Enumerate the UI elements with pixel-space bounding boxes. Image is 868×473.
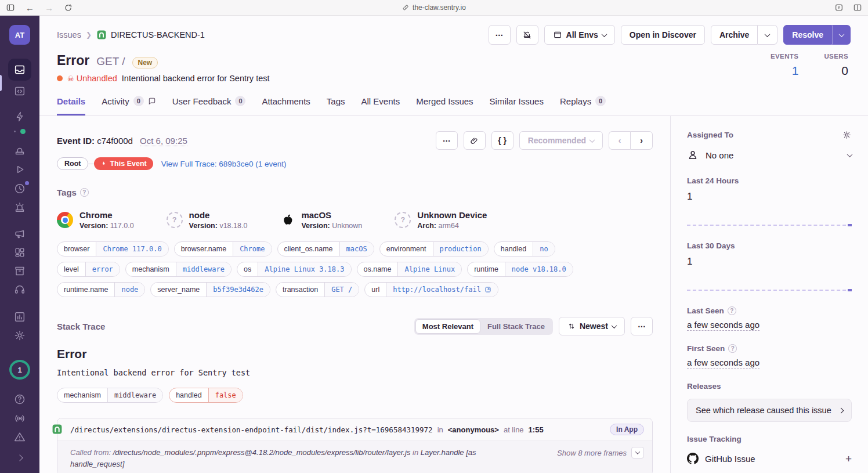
more-actions-button[interactable]: ⋯ <box>489 25 511 45</box>
sidebar-item-help[interactable] <box>8 390 31 409</box>
event-selector[interactable]: Recommended <box>519 131 603 150</box>
sidebar-item-issues[interactable] <box>8 59 31 81</box>
browser-reader-icon[interactable] <box>834 3 844 12</box>
sidebar-item-releases[interactable] <box>8 225 31 243</box>
sidebar-item-quickstart[interactable] <box>8 107 31 126</box>
users-count[interactable]: 0 <box>824 64 848 78</box>
github-issue-row[interactable]: GitHub Issue + <box>687 453 852 464</box>
breadcrumb-issues-link[interactable]: Issues <box>57 30 81 39</box>
browser-back-icon[interactable]: ← <box>26 3 34 12</box>
handled-pill[interactable]: handledfalse <box>169 388 243 403</box>
tag-pill[interactable]: handledno <box>494 241 555 257</box>
frame-in-word: in <box>437 425 443 434</box>
active-nav-indicator <box>0 75 2 91</box>
event-json-button[interactable]: { } <box>491 131 513 150</box>
first-seen-value[interactable]: a few seconds ago <box>687 358 760 369</box>
event-attachments-button[interactable] <box>464 131 486 150</box>
stack-frame-header[interactable]: /directus/extensions/directus-extension-… <box>57 418 652 441</box>
last-seen-value[interactable]: a few seconds ago <box>687 320 760 331</box>
browser-sidebar-toggle-icon[interactable] <box>6 3 15 12</box>
tag-pill[interactable]: browser.nameChrome <box>174 241 272 257</box>
sidebar-item-stats[interactable] <box>8 308 31 326</box>
tag-card-os[interactable]: macOSVersion: Unknown <box>280 210 362 230</box>
open-in-discover-button[interactable]: Open in Discover <box>621 25 705 45</box>
mute-button[interactable] <box>516 25 538 45</box>
view-full-trace-link[interactable]: View Full Trace: 689b3ce0 (1 event) <box>161 160 287 168</box>
tag-pill[interactable]: osAlpine Linux 3.18.3 <box>237 262 351 277</box>
org-avatar[interactable]: AT <box>9 25 30 45</box>
tag-pill[interactable]: runtimenode v18.18.0 <box>467 262 573 277</box>
toggle-full-stack-trace[interactable]: Full Stack Trace <box>480 319 552 334</box>
help-icon[interactable]: ? <box>728 344 737 353</box>
sidebar-item-profiling[interactable] <box>8 280 31 299</box>
resolve-dropdown-button[interactable] <box>832 25 851 45</box>
browser-splitview-icon[interactable] <box>853 3 862 12</box>
tab-details[interactable]: Details <box>57 96 85 115</box>
releases-cta-button[interactable]: See which release caused this issue <box>687 399 852 422</box>
address-bar[interactable]: the-claw.sentry.io <box>402 3 466 12</box>
environment-selector[interactable]: All Envs <box>544 25 615 45</box>
url-text: the-claw.sentry.io <box>413 3 466 12</box>
tag-pill[interactable]: runtime.namenode <box>57 282 145 297</box>
archive-button[interactable]: Archive <box>711 25 758 45</box>
assignee-selector[interactable]: No one <box>687 149 852 161</box>
archive-dropdown-button[interactable] <box>758 25 777 45</box>
show-more-frames-link[interactable]: Show 8 more frames <box>557 449 627 457</box>
person-icon <box>687 149 699 161</box>
frame-path: /directus/extensions/directus-extension-… <box>70 425 433 434</box>
event-more-button[interactable]: ⋯ <box>436 131 458 150</box>
stack-options-button[interactable]: ⋯ <box>631 317 653 335</box>
mechanism-pill[interactable]: mechanismmiddleware <box>57 388 163 403</box>
assignment-settings-gear-icon[interactable] <box>842 130 852 140</box>
tag-pill[interactable]: client_os.namemacOS <box>277 241 374 257</box>
resolve-button[interactable]: Resolve <box>783 25 832 45</box>
tag-pill[interactable]: server_nameb5f39e3d462e <box>150 282 270 297</box>
tag-card-browser[interactable]: ChromeVersion: 117.0.0 <box>57 210 134 230</box>
tab-activity[interactable]: Activity0 <box>102 96 156 115</box>
tag-card-runtime[interactable]: ? nodeVersion: v18.18.0 <box>167 210 248 230</box>
tag-pill[interactable]: os.nameAlpine Linux <box>357 262 462 277</box>
sidebar-item-settings[interactable] <box>8 326 31 345</box>
tab-replays[interactable]: Replays0 <box>560 96 606 115</box>
frame-symbol: <anonymous> <box>448 425 499 434</box>
sidebar-item-replays[interactable] <box>8 160 31 179</box>
tab-merged-issues[interactable]: Merged Issues <box>416 96 473 115</box>
onboarding-progress-ring[interactable]: 1 <box>9 360 30 380</box>
add-github-issue-button[interactable]: + <box>845 453 852 464</box>
help-icon[interactable]: ? <box>80 188 89 197</box>
sidebar-item-whats-new[interactable] <box>8 409 31 428</box>
event-date[interactable]: Oct 6, 09:25 <box>140 136 187 146</box>
browser-reload-icon[interactable] <box>64 3 73 12</box>
next-event-button[interactable]: › <box>631 131 653 150</box>
sidebar-item-dashboards[interactable] <box>8 243 31 262</box>
events-count[interactable]: 1 <box>771 64 798 78</box>
tab-attachments[interactable]: Attachments <box>262 96 310 115</box>
github-issue-label: GitHub Issue <box>705 454 755 464</box>
toggle-most-relevant[interactable]: Most Relevant <box>415 319 480 334</box>
sidebar-item-service-status[interactable] <box>8 428 31 446</box>
tag-pill[interactable]: environmentproduction <box>379 241 489 257</box>
browser-forward-icon[interactable]: → <box>45 3 53 12</box>
tag-card-device[interactable]: ? Unknown DeviceArch: arm64 <box>395 210 487 230</box>
sidebar-item-archive[interactable] <box>8 262 31 280</box>
called-from-label: Called from: <box>70 448 111 457</box>
help-icon[interactable]: ? <box>728 306 736 315</box>
tag-pill[interactable]: levelerror <box>57 262 120 277</box>
tag-pill[interactable]: browserChrome 117.0.0 <box>57 241 169 257</box>
expand-frames-button[interactable] <box>631 447 644 458</box>
tag-pill[interactable]: mechanismmiddleware <box>125 262 232 277</box>
sidebar-collapse-toggle[interactable] <box>8 449 31 467</box>
tag-pill-url[interactable]: urlhttp://localhost/fail <box>364 282 498 297</box>
sidebar-item-projects[interactable] <box>8 82 31 100</box>
stack-sort-button[interactable]: Newest <box>559 317 625 335</box>
sidebar-item-sessions[interactable] <box>8 179 31 198</box>
sidebar-item-alerts[interactable] <box>8 198 31 216</box>
tab-all-events[interactable]: All Events <box>361 96 400 115</box>
chevron-down-icon <box>765 31 771 37</box>
prev-event-button[interactable]: ‹ <box>609 131 631 150</box>
tab-tags[interactable]: Tags <box>327 96 345 115</box>
tab-similar-issues[interactable]: Similar Issues <box>490 96 544 115</box>
sidebar-item-feedback[interactable] <box>8 142 31 160</box>
tag-pill[interactable]: transactionGET / <box>276 282 359 297</box>
tab-user-feedback[interactable]: User Feedback0 <box>172 96 246 115</box>
